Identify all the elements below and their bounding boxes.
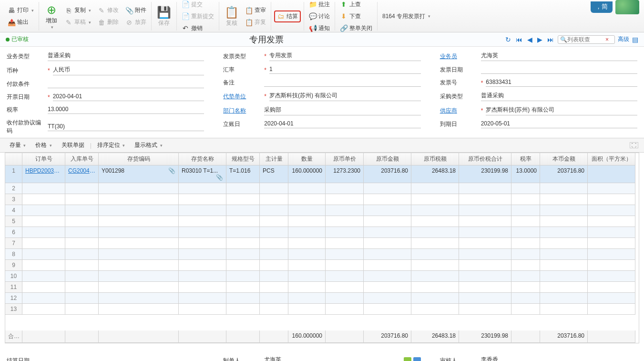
cell[interactable] — [540, 249, 588, 260]
cell[interactable] — [22, 271, 65, 282]
printer-select[interactable]: 8164 专用发票打▾ — [380, 11, 432, 21]
col-rate[interactable]: 税率 — [511, 153, 540, 165]
settledate-field[interactable] — [48, 357, 204, 361]
cell[interactable] — [226, 183, 260, 194]
cell[interactable] — [65, 194, 99, 205]
cell[interactable] — [459, 183, 511, 194]
cell[interactable]: Y001298📎 — [99, 165, 179, 183]
next-icon[interactable]: ▶ — [536, 36, 543, 43]
purtype-field[interactable]: 普通采购 — [481, 92, 637, 101]
cell[interactable] — [260, 216, 288, 227]
remark-field[interactable] — [264, 79, 420, 87]
invdate-field[interactable]: 2020-04-01 — [53, 93, 204, 101]
cell[interactable] — [260, 183, 288, 194]
settle-button[interactable]: 🗂结算 — [274, 10, 301, 22]
table-row[interactable]: 8 — [5, 249, 639, 260]
cell[interactable] — [459, 227, 511, 238]
inventory-btn[interactable]: 存量 ▾ — [6, 140, 30, 150]
cell[interactable] — [179, 304, 226, 315]
table-row[interactable]: 7 — [5, 238, 639, 249]
cell[interactable] — [511, 260, 540, 271]
cell[interactable] — [288, 194, 326, 205]
cell[interactable] — [326, 227, 364, 238]
recheck-button[interactable]: 📋复核 — [222, 5, 241, 28]
cell[interactable] — [288, 282, 326, 293]
cell[interactable] — [411, 194, 459, 205]
sales-label[interactable]: 业务员 — [440, 52, 478, 61]
table-row[interactable]: 4 — [5, 205, 639, 216]
col-amt[interactable]: 原币金额 — [364, 153, 411, 165]
cell[interactable] — [511, 205, 540, 216]
cell[interactable] — [364, 260, 411, 271]
attach-button[interactable]: 📎附件 — [123, 5, 148, 15]
cell[interactable] — [511, 183, 540, 194]
closeall-button[interactable]: 🔗整单关闭 — [338, 23, 374, 33]
cell[interactable] — [288, 183, 326, 194]
cell[interactable] — [540, 304, 588, 315]
refresh-icon[interactable]: ↻ — [504, 36, 512, 43]
cell[interactable] — [326, 249, 364, 260]
cell[interactable] — [540, 238, 588, 249]
cell[interactable] — [511, 238, 540, 249]
cell[interactable] — [459, 304, 511, 315]
cell[interactable] — [288, 249, 326, 260]
cell[interactable] — [179, 227, 226, 238]
save-button[interactable]: 💾保存 — [154, 5, 174, 28]
cell[interactable] — [226, 238, 260, 249]
col-uom[interactable]: 主计量 — [260, 153, 288, 165]
cell[interactable] — [288, 227, 326, 238]
cell[interactable] — [588, 194, 635, 205]
cell[interactable] — [99, 282, 179, 293]
table-row[interactable]: 11 — [5, 282, 639, 293]
cell[interactable] — [22, 216, 65, 227]
cell[interactable] — [326, 293, 364, 304]
cell[interactable]: 160.000000 — [288, 165, 326, 183]
cell[interactable] — [364, 216, 411, 227]
payterm-field[interactable] — [48, 81, 204, 88]
cell[interactable] — [326, 282, 364, 293]
dept-label[interactable]: 部门名称 — [223, 107, 261, 115]
cell[interactable] — [288, 260, 326, 271]
cell[interactable] — [260, 271, 288, 282]
cell[interactable] — [411, 227, 459, 238]
cell[interactable] — [364, 194, 411, 205]
cell[interactable] — [99, 271, 179, 282]
discuss-button[interactable]: 💬讨论 — [307, 11, 332, 21]
table-row[interactable]: 13 — [5, 304, 639, 315]
cell[interactable] — [364, 205, 411, 216]
cell[interactable] — [511, 282, 540, 293]
cell[interactable] — [540, 227, 588, 238]
cell[interactable] — [364, 282, 411, 293]
col-rownum[interactable] — [5, 153, 22, 165]
sales-field[interactable]: 尤海英 — [481, 52, 637, 61]
table-row[interactable]: 6 — [5, 227, 639, 238]
search-box[interactable]: 🔍 × — [558, 35, 615, 44]
col-area[interactable]: 面积（平方米） — [588, 153, 635, 165]
cell[interactable] — [588, 205, 635, 216]
cell[interactable]: 11 — [5, 282, 22, 293]
copy-button[interactable]: ⎘复制▾ — [63, 5, 93, 15]
cell[interactable] — [22, 194, 65, 205]
cell[interactable] — [459, 249, 511, 260]
cell[interactable] — [288, 205, 326, 216]
cell[interactable]: 5 — [5, 216, 22, 227]
cell[interactable] — [179, 216, 226, 227]
cell[interactable] — [326, 271, 364, 282]
cell[interactable] — [588, 304, 635, 315]
cell[interactable] — [364, 249, 411, 260]
cell[interactable] — [99, 238, 179, 249]
col-name[interactable]: 存货名称 — [179, 153, 226, 165]
last-icon[interactable]: ⏭ — [546, 36, 555, 43]
cell[interactable] — [459, 205, 511, 216]
cell[interactable]: 1 — [5, 165, 22, 183]
cell[interactable] — [22, 304, 65, 315]
h-scrollbar[interactable] — [5, 343, 639, 351]
cell[interactable] — [260, 304, 288, 315]
cell[interactable]: 13 — [5, 304, 22, 315]
cell[interactable] — [260, 238, 288, 249]
cell[interactable] — [364, 271, 411, 282]
related-btn[interactable]: 关联单据 — [58, 140, 88, 150]
cell[interactable] — [65, 304, 99, 315]
duedate-field[interactable]: 2020-05-01 — [481, 120, 637, 128]
taxrate-field[interactable]: 13.0000 — [48, 106, 204, 114]
